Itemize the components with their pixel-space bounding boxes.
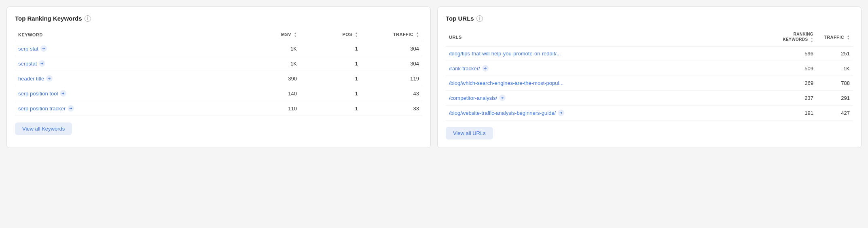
view-all-urls-button[interactable]: View all URLs [446,127,493,139]
table-row: /competitor-analysis/ ➜ 237 291 [446,91,853,106]
view-all-keywords-button[interactable]: View all Keywords [15,122,72,135]
keyword-link[interactable]: serp stat ➜ [18,45,47,52]
table-row: /blog/website-traffic-analysis-beginners… [446,106,853,120]
url-text: /competitor-analysis/ [449,95,497,101]
url-link[interactable]: /blog/tips-that-will-help-you-promote-on… [449,51,561,57]
ranking-kw-sort-icon: ▲▼ [811,37,813,43]
table-row: /rank-tracker/ ➜ 509 1K [446,61,853,76]
url-traffic-col-header[interactable]: TRAFFIC ▲▼ [817,28,853,46]
table-row: serpstat ➜ 1K 1 304 [15,56,422,71]
url-traffic-cell: 251 [817,46,853,61]
keywords-table: KEYWORD MSV ▲▼ POS ▲▼ TRAFFIC ▲▼ [15,28,422,116]
keyword-col-header: KEYWORD [15,28,239,41]
url-text: /blog/website-traffic-analysis-beginners… [449,110,556,116]
traffic-cell: 304 [361,41,422,56]
keyword-text: serp position tool [18,91,58,97]
ranking-keywords-cell: 237 [776,91,817,106]
keyword-cell: serpstat ➜ [15,56,239,71]
pos-cell: 1 [300,56,361,71]
keyword-arrow-icon: ➜ [46,75,53,82]
keyword-arrow-icon: ➜ [40,45,47,52]
traffic-cell: 33 [361,101,422,116]
table-row: serp position tracker ➜ 110 1 33 [15,101,422,116]
table-row: /blog/which-search-engines-are-the-most-… [446,76,853,91]
url-arrow-icon: ➜ [482,65,489,72]
url-traffic-cell: 788 [817,76,853,91]
msv-cell: 110 [239,101,300,116]
pos-cell: 1 [300,41,361,56]
keyword-text: serpstat [18,61,37,67]
ranking-keywords-cell: 269 [776,76,817,91]
panels-container: Top Ranking Keywords i KEYWORD MSV ▲▼ PO… [6,6,862,148]
keyword-cell: header title ➜ [15,71,239,86]
keyword-link[interactable]: serp position tracker ➜ [18,105,74,112]
table-row: /blog/tips-that-will-help-you-promote-on… [446,46,853,61]
ranking-keywords-cell: 191 [776,106,817,120]
msv-cell: 1K [239,41,300,56]
url-text: /blog/tips-that-will-help-you-promote-on… [449,51,561,57]
url-cell: /blog/tips-that-will-help-you-promote-on… [446,46,776,61]
url-arrow-icon: ➜ [558,110,564,116]
url-cell: /competitor-analysis/ ➜ [446,91,776,106]
pos-cell: 1 [300,101,361,116]
url-text: /blog/which-search-engines-are-the-most-… [449,80,563,86]
keyword-cell: serp stat ➜ [15,41,239,56]
ranking-keywords-col-header[interactable]: RANKING KEYWORDS ▲▼ [776,28,817,46]
url-link[interactable]: /rank-tracker/ ➜ [449,65,489,72]
keyword-cell: serp position tool ➜ [15,86,239,101]
keyword-arrow-icon: ➜ [60,90,66,97]
keyword-link[interactable]: serp position tool ➜ [18,90,66,97]
url-arrow-icon: ➜ [499,95,506,101]
keyword-text: serp position tracker [18,106,66,112]
url-link[interactable]: /competitor-analysis/ ➜ [449,95,506,101]
url-text: /rank-tracker/ [449,65,480,72]
traffic-col-header[interactable]: TRAFFIC ▲▼ [361,28,422,41]
url-cell: /rank-tracker/ ➜ [446,61,776,76]
traffic-sort-icon: ▲▼ [416,32,419,38]
traffic-cell: 304 [361,56,422,71]
url-traffic-sort-icon: ▲▼ [847,34,850,40]
pos-sort-icon: ▲▼ [355,32,358,38]
table-row: serp position tool ➜ 140 1 43 [15,86,422,101]
table-row: serp stat ➜ 1K 1 304 [15,41,422,56]
keyword-text: serp stat [18,46,38,52]
keyword-arrow-icon: ➜ [68,105,74,112]
keyword-cell: serp position tracker ➜ [15,101,239,116]
url-cell: /blog/website-traffic-analysis-beginners… [446,106,776,120]
right-panel-title: Top URLs [446,15,474,22]
pos-cell: 1 [300,86,361,101]
left-panel-header: Top Ranking Keywords i [15,15,422,22]
url-traffic-cell: 427 [817,106,853,120]
pos-col-header[interactable]: POS ▲▼ [300,28,361,41]
right-info-icon[interactable]: i [476,15,483,22]
keyword-text: header title [18,76,44,82]
top-urls-panel: Top URLs i URLs RANKING KEYWORDS ▲▼ TRAF… [437,6,862,148]
url-link[interactable]: /blog/website-traffic-analysis-beginners… [449,110,564,116]
ranking-keywords-cell: 509 [776,61,817,76]
traffic-cell: 119 [361,71,422,86]
url-link[interactable]: /blog/which-search-engines-are-the-most-… [449,80,563,86]
pos-cell: 1 [300,71,361,86]
url-traffic-cell: 1K [817,61,853,76]
urls-table: URLs RANKING KEYWORDS ▲▼ TRAFFIC ▲▼ /blo… [446,28,853,120]
msv-cell: 390 [239,71,300,86]
left-info-icon[interactable]: i [85,15,91,22]
msv-cell: 140 [239,86,300,101]
table-row: header title ➜ 390 1 119 [15,71,422,86]
top-ranking-keywords-panel: Top Ranking Keywords i KEYWORD MSV ▲▼ PO… [6,6,431,148]
left-panel-title: Top Ranking Keywords [15,15,82,22]
ranking-keywords-cell: 596 [776,46,817,61]
url-cell: /blog/which-search-engines-are-the-most-… [446,76,776,91]
msv-sort-icon: ▲▼ [294,32,297,38]
traffic-cell: 43 [361,86,422,101]
keyword-link[interactable]: header title ➜ [18,75,53,82]
url-col-header: URLs [446,28,776,46]
right-panel-header: Top URLs i [446,15,853,22]
msv-cell: 1K [239,56,300,71]
keyword-link[interactable]: serpstat ➜ [18,60,45,67]
msv-col-header[interactable]: MSV ▲▼ [239,28,300,41]
url-traffic-cell: 291 [817,91,853,106]
keyword-arrow-icon: ➜ [39,60,45,67]
